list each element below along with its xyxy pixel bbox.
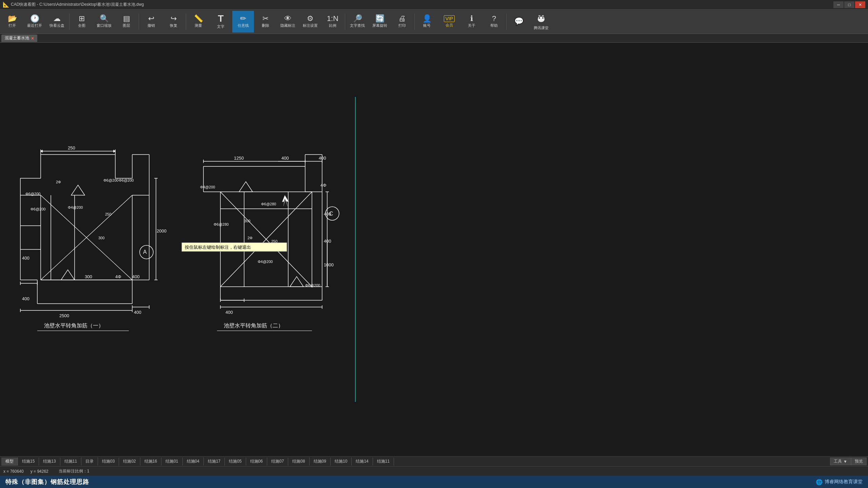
cloud-icon: ☁ [53, 15, 61, 22]
tab-jiegou04[interactable]: 结施04 [183, 458, 204, 466]
account-button[interactable]: 👤 账号 [416, 11, 438, 33]
svg-text:Φ4@200: Φ4@200 [258, 260, 273, 264]
tab-jiegou17[interactable]: 结施17 [204, 458, 225, 466]
feedback-button[interactable]: 💬 [508, 11, 530, 33]
tab-jiegou02[interactable]: 结施02 [119, 458, 140, 466]
tab-jiegou11b[interactable]: 结施11 [373, 458, 394, 466]
svg-text:400: 400 [319, 156, 326, 161]
tab-jiegou10[interactable]: 结施10 [331, 458, 352, 466]
text-find-icon: 🔎 [353, 15, 362, 22]
scale-icon: 1:N [327, 15, 338, 22]
svg-text:2000: 2000 [157, 228, 166, 233]
tab-jiegou03[interactable]: 结施03 [98, 458, 119, 466]
tools-dropdown-button[interactable]: 工具 ▼ [830, 458, 851, 465]
vip-button[interactable]: VIP 会员 [438, 11, 460, 33]
scale-button[interactable]: 1:N 比例 [322, 11, 343, 33]
recent-open-button[interactable]: 🕐 最近打开 [24, 11, 45, 33]
window-zoom-button[interactable]: 🔍 窗口缩放 [93, 11, 115, 33]
tools-label: 工具 [834, 459, 842, 464]
file-tab-bar: 混凝土蓄水池 × [0, 34, 868, 43]
drawing-area[interactable]: 250 2000 2500 400 400 400 4Φ 300 400 250… [0, 43, 868, 456]
svg-marker-110 [239, 182, 253, 192]
text-button[interactable]: T 文字 [210, 11, 232, 33]
tab-jiegou08[interactable]: 结施08 [288, 458, 309, 466]
hidden-mark-label: 隐藏标注 [280, 23, 295, 28]
tab-model[interactable]: 模型 [1, 458, 18, 466]
svg-text:2Φ: 2Φ [248, 236, 253, 240]
svg-text:4Φ: 4Φ [115, 274, 121, 279]
svg-point-3 [539, 17, 540, 19]
help-button[interactable]: ? 帮助 [483, 11, 505, 33]
main-toolbar: 📂 打开 🕐 最近打开 ☁ 快看云盘 ⊞ 全图 🔍 窗口缩放 ▤ 图层 ↩ 撤销 [0, 9, 868, 34]
app-container: 📐 CAD快速看图 - C:\Users\Administrator\Deskt… [0, 0, 868, 488]
file-tab[interactable]: 混凝土蓄水池 × [1, 35, 37, 42]
redo-button[interactable]: ↪ 恢复 [163, 11, 184, 33]
svg-text:Φ4@200: Φ4@200 [68, 205, 83, 209]
title-bar-controls: ─ □ ✕ [833, 1, 865, 8]
measure-label: 测量 [195, 23, 202, 28]
full-view-button[interactable]: ⊞ 全图 [71, 11, 93, 33]
svg-text:2Φ: 2Φ [56, 180, 61, 184]
chevron-down-icon: ▼ [843, 459, 847, 464]
preview-button[interactable]: 预览 [851, 458, 867, 465]
tab-jiegou13[interactable]: 结施13 [39, 458, 60, 466]
text-label: 文字 [217, 24, 224, 29]
redo-label: 恢复 [170, 23, 177, 28]
svg-text:400: 400 [225, 310, 233, 315]
maximize-button[interactable]: □ [844, 1, 854, 8]
svg-text:1000: 1000 [324, 262, 334, 267]
vip-label: 会员 [446, 23, 453, 28]
hidden-mark-icon: 👁 [284, 15, 292, 22]
about-button[interactable]: ℹ 关于 [461, 11, 482, 33]
close-button[interactable]: ✕ [855, 1, 865, 8]
text-icon: T [218, 14, 223, 23]
layers-icon: ▤ [123, 15, 130, 22]
tooltip-text: 按住鼠标左键绘制标注，右键退出 [185, 245, 251, 250]
free-line-button[interactable]: ✏ 任意线 [232, 11, 254, 33]
cloud-button[interactable]: ☁ 快看云盘 [46, 11, 68, 33]
free-line-label: 任意线 [238, 23, 249, 28]
cloud-label: 快看云盘 [50, 23, 64, 28]
globe-icon: 🌐 [816, 479, 823, 485]
redo-icon: ↪ [171, 15, 177, 22]
svg-marker-51 [71, 185, 85, 195]
tab-jiegou14[interactable]: 结施14 [352, 458, 373, 466]
tab-jiegou05[interactable]: 结施05 [225, 458, 246, 466]
mark-settings-button[interactable]: ⚙ 标注设置 [299, 11, 321, 33]
erase-icon: ✂ [262, 15, 269, 22]
svg-text:Φ4@200: Φ4@200 [200, 185, 215, 189]
layers-button[interactable]: ▤ 图层 [116, 11, 137, 33]
file-tab-close-button[interactable]: × [31, 36, 34, 41]
window-title: CAD快速看图 - C:\Users\Administrator\Desktop… [11, 2, 144, 7]
svg-text:300: 300 [244, 219, 250, 223]
svg-rect-6 [542, 15, 544, 16]
tab-jiegou09[interactable]: 结施09 [310, 458, 331, 466]
text-find-button[interactable]: 🔎 文字查找 [347, 11, 368, 33]
undo-icon: ↩ [148, 15, 154, 22]
svg-text:300: 300 [98, 236, 104, 240]
tab-mulu[interactable]: 目录 [81, 458, 98, 466]
minimize-button[interactable]: ─ [833, 1, 844, 8]
print-button[interactable]: 🖨 打印 [391, 11, 413, 33]
hidden-mark-button[interactable]: 👁 隐藏标注 [277, 11, 299, 33]
recent-icon: 🕐 [30, 15, 39, 22]
tab-jiegou07[interactable]: 结施07 [267, 458, 288, 466]
svg-text:400: 400 [134, 310, 141, 315]
undo-button[interactable]: ↩ 撤销 [140, 11, 162, 33]
tab-jiegou06[interactable]: 结施06 [246, 458, 267, 466]
tab-jiegou15[interactable]: 结施15 [18, 458, 39, 466]
scale-label: 比例 [329, 23, 336, 28]
tencent-button[interactable]: 腾讯课堂 [530, 11, 552, 33]
tab-jiegou01[interactable]: 结施01 [161, 458, 182, 466]
tab-jiegou11[interactable]: 结施11 [60, 458, 81, 466]
app-icon: 📐 [3, 1, 9, 8]
measure-button[interactable]: 📏 测量 [188, 11, 209, 33]
tab-jiegou16[interactable]: 结施16 [140, 458, 161, 466]
open-button[interactable]: 📂 打开 [1, 11, 23, 33]
screen-rotate-button[interactable]: 🔄 屏幕旋转 [369, 11, 391, 33]
svg-text:池壁水平转角加筋（二）: 池壁水平转角加筋（二） [224, 323, 283, 328]
erase-button[interactable]: ✂ 删除 [255, 11, 276, 33]
open-icon: 📂 [8, 15, 17, 22]
screen-rotate-icon: 🔄 [375, 15, 384, 22]
separator-2 [139, 13, 139, 30]
